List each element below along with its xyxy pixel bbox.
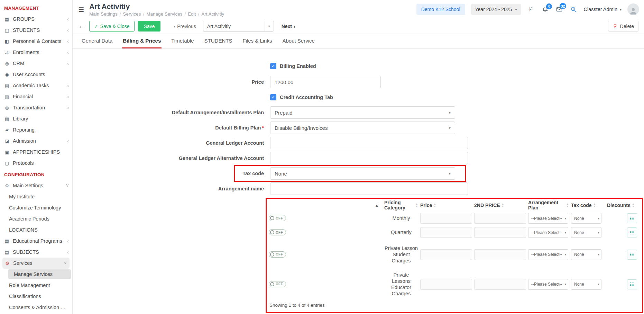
tab-billing-prices[interactable]: Billing & Prices	[122, 34, 162, 48]
sidebar-item-locations[interactable]: LOCATIONS	[0, 224, 72, 235]
second-price-cell-input[interactable]	[474, 227, 526, 238]
sidebar-item-academic-tasks[interactable]: ▤ Academic Tasks ‹	[0, 80, 72, 91]
tax-code-cell-select[interactable]: None▾	[571, 279, 601, 290]
sidebar-item-admission[interactable]: ◪ Admission ‹	[0, 135, 72, 146]
sidebar-item-user-accounts[interactable]: ◉ User Accounts	[0, 69, 72, 80]
save-and-close-button[interactable]: ✓ Save & Close	[89, 21, 135, 32]
chevron-left-icon: ‹	[67, 16, 69, 22]
sidebar-item-students[interactable]: ◫ STUDENTS ‹	[0, 25, 72, 36]
price-input[interactable]	[270, 76, 381, 88]
sidebar-item-educational-programs[interactable]: ▦ Educational Programs ‹	[0, 235, 72, 246]
tab-general-data[interactable]: General Data	[81, 34, 113, 48]
arrangement-plan-header[interactable]: Arrangement Plan ▲▼	[528, 199, 571, 211]
sidebar-item-protocols[interactable]: ▢ Protocols	[0, 158, 72, 169]
arrangement-plan-cell-select[interactable]: --Please Select--▾	[528, 227, 568, 238]
second-price-cell-input[interactable]	[474, 213, 526, 224]
year-select[interactable]: Year 2024 - 2025 ▾	[471, 4, 521, 15]
tab-students[interactable]: STUDENTS	[204, 34, 233, 48]
tab-about-service[interactable]: About Service	[282, 34, 315, 48]
sidebar-item-role-management[interactable]: Role Management	[0, 280, 72, 291]
tax-code-cell-select[interactable]: None▾	[571, 227, 601, 238]
tab-timetable[interactable]: Timetable	[171, 34, 194, 48]
breadcrumb-item[interactable]: Art Activitiy	[201, 11, 224, 17]
sidebar-item-transportation[interactable]: ◍ Transportation ‹	[0, 102, 72, 113]
sidebar-item-apprenticeships[interactable]: ▣ APPRENTICESHIPS	[0, 146, 72, 158]
breadcrumb-item[interactable]: Manage Services	[146, 11, 182, 17]
second-price-cell-input[interactable]	[474, 249, 526, 260]
sidebar-item-customize-terminology[interactable]: Customize Terminology	[0, 202, 72, 213]
arrangement-name-label: Arrangement name	[78, 186, 270, 192]
header-label: Tax code	[571, 203, 592, 208]
sidebar-item-consents-admission-data[interactable]: Consents & Admission Data	[0, 302, 72, 313]
sidebar-item-my-institute[interactable]: My Institute	[0, 191, 72, 202]
arrangement-plan-cell-select[interactable]: --Please Select--▾	[528, 279, 568, 290]
flag-button[interactable]: ⚐	[527, 6, 535, 13]
search-zoom-button[interactable]	[569, 6, 578, 13]
default-arrangement-plan-select[interactable]: Prepaid ▾	[270, 106, 455, 119]
back-arrow-icon[interactable]: ←	[78, 23, 84, 30]
hamburger-icon[interactable]: ☰	[78, 6, 84, 14]
sidebar-item-library[interactable]: ▧ Library	[0, 113, 72, 124]
price-header[interactable]: Price ▲▼	[420, 199, 474, 211]
breadcrumb-item[interactable]: Services	[123, 11, 141, 17]
sidebar-item-enrollments[interactable]: ⇄ Enrollments ‹	[0, 47, 72, 58]
billing-toggle[interactable]: OFF	[269, 281, 286, 287]
next-button[interactable]: Next ›	[282, 24, 295, 29]
discounts-button[interactable]	[627, 279, 637, 289]
pricing-category-header[interactable]: Pricing Category ▲▼	[384, 199, 420, 211]
second-price-cell-input[interactable]	[474, 279, 526, 290]
general-ledger-alt-account-input[interactable]	[270, 152, 468, 164]
breadcrumb-item[interactable]: Edit	[188, 11, 196, 17]
general-ledger-account-input[interactable]	[270, 137, 468, 149]
price-cell-input[interactable]	[420, 213, 472, 224]
billing-toggle[interactable]: OFF	[269, 251, 286, 258]
sidebar-item-academic-periods[interactable]: Academic Periods	[0, 213, 72, 224]
discounts-button[interactable]	[627, 250, 637, 260]
price-cell-input[interactable]	[420, 279, 472, 290]
chevron-left-icon: ‹	[67, 249, 69, 255]
sidebar-item-groups[interactable]: ▦ GROUPS ‹	[0, 14, 72, 25]
sidebar-item-classifications[interactable]: Classifications	[0, 291, 72, 302]
sidebar-item-personnel-contacts[interactable]: ◧ Personnel & Contacts ‹	[0, 36, 72, 47]
arrangement-name-input[interactable]	[270, 182, 468, 195]
avatar[interactable]	[627, 3, 639, 15]
sidebar-item-manage-services[interactable]: Manage Services	[8, 269, 71, 279]
notifications-button[interactable]: 0	[541, 6, 549, 13]
tax-code-select[interactable]: None ▾	[270, 167, 455, 180]
sidebar-item-services[interactable]: ⚙ Services ˅	[2, 258, 70, 269]
discounts-button[interactable]	[627, 213, 637, 223]
sort-asc-icon[interactable]: ▲	[290, 203, 382, 208]
save-button[interactable]: Save	[138, 21, 161, 32]
user-menu[interactable]: Classter Admin ▾	[583, 7, 622, 12]
credit-accounting-checkbox[interactable]: ✓	[270, 94, 276, 100]
tax-code-cell-select[interactable]: None▾	[571, 213, 601, 224]
messages-badge: 32	[560, 3, 567, 9]
breadcrumb-item[interactable]: Main Settings	[89, 11, 118, 17]
billing-enabled-checkbox[interactable]: ✓	[270, 63, 276, 69]
tax-code-cell-select[interactable]: None▾	[571, 249, 601, 260]
school-button[interactable]: Demo K12 School	[416, 4, 465, 15]
discounts-header[interactable]: Discounts ▲▼	[607, 199, 639, 211]
price-cell-input[interactable]	[420, 249, 472, 260]
sidebar-item-reporting[interactable]: ▰ Reporting	[0, 124, 72, 135]
discounts-button[interactable]	[627, 227, 637, 237]
messages-button[interactable]: 32	[555, 6, 563, 13]
billing-enabled-row: ✓ Billing Enabled	[78, 63, 644, 70]
sidebar-item-crm[interactable]: ◎ CRM ‹	[0, 58, 72, 69]
tax-code-header[interactable]: Tax code ▲▼	[571, 199, 607, 211]
second-price-header[interactable]: 2ND PRICE ▲▼	[474, 199, 528, 211]
tab-files-links[interactable]: Files & Links	[242, 34, 273, 48]
billing-toggle[interactable]: OFF	[269, 229, 286, 235]
sidebar-item-financial[interactable]: ▥ Financial ‹	[0, 91, 72, 102]
price-cell-input[interactable]	[420, 227, 472, 238]
arrangement-plan-cell-select[interactable]: --Please Select--▾	[528, 213, 568, 224]
record-selector[interactable]: Art Activitiy ▾	[203, 21, 274, 32]
arrangement-plan-cell-select[interactable]: --Please Select--▾	[528, 249, 568, 260]
sidebar-item-main-settings[interactable]: ⚙ Main Settings ˅	[0, 180, 72, 191]
billing-toggle[interactable]: OFF	[269, 215, 286, 221]
previous-button[interactable]: ‹ Previous	[174, 24, 196, 29]
delete-button[interactable]: Delete	[608, 21, 638, 32]
sidebar-item-label: Customize Terminology	[9, 205, 61, 210]
sidebar-item-subjects[interactable]: ▤ SUBJECTS ‹	[0, 246, 72, 258]
default-billing-plan-select[interactable]: Disable Billing/Invoices ▾	[270, 122, 455, 134]
